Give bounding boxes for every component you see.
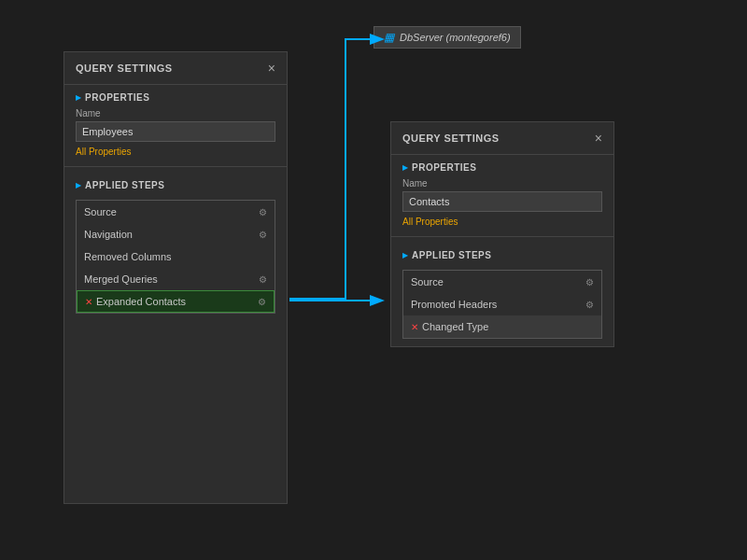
step-removed-columns[interactable]: Removed Columns	[77, 245, 275, 268]
panel-2-steps-section: ▶ APPLIED STEPS	[391, 243, 613, 270]
step-merged-queries[interactable]: Merged Queries ⚙	[77, 268, 275, 290]
panel-2-steps-title: APPLIED STEPS	[412, 250, 491, 260]
step-changed-type-label: Changed Type	[422, 321, 488, 332]
step-navigation-label: Navigation	[84, 229, 133, 240]
panel-2-properties-section: ▶ PROPERTIES Name All Properties	[391, 155, 613, 236]
query-settings-panel-2: QUERY SETTINGS × ▶ PROPERTIES Name All P…	[390, 121, 614, 347]
step-expanded-contacts[interactable]: ✕ Expanded Contacts ⚙	[77, 290, 275, 313]
gear-icon-expanded: ⚙	[258, 297, 266, 307]
panel-2-close-button[interactable]: ×	[595, 132, 602, 145]
panel-2-properties-title: PROPERTIES	[412, 162, 476, 173]
panel-1-properties-title: PROPERTIES	[85, 92, 149, 103]
panel-1-close-button[interactable]: ×	[268, 62, 275, 75]
panel-1-steps-title: APPLIED STEPS	[85, 180, 164, 190]
step-source-2[interactable]: Source ⚙	[403, 271, 601, 293]
panel-1-properties-header: ▶ PROPERTIES	[76, 92, 275, 103]
step-source-1-label: Source	[84, 206, 117, 217]
error-icon-changed: ✕	[411, 322, 418, 332]
panel-1-steps-header: ▶ APPLIED STEPS	[76, 180, 275, 190]
panel-1-properties-section: ▶ PROPERTIES Name All Properties	[64, 85, 287, 166]
gear-icon-navigation: ⚙	[259, 230, 267, 240]
step-changed-type[interactable]: ✕ Changed Type	[403, 315, 601, 338]
step-source-1[interactable]: Source ⚙	[77, 201, 275, 223]
step-removed-columns-label: Removed Columns	[84, 251, 172, 262]
panel-1-header: QUERY SETTINGS ×	[64, 52, 287, 85]
properties-triangle-icon: ▶	[76, 93, 81, 102]
panel-2-steps-list: Source ⚙ Promoted Headers ⚙ ✕ Changed Ty…	[402, 270, 602, 339]
properties-triangle-icon-2: ▶	[402, 163, 408, 172]
panel-2-name-input[interactable]	[402, 191, 602, 212]
step-source-2-label: Source	[411, 276, 444, 287]
gear-icon-source-2: ⚙	[585, 277, 594, 287]
panel-2-name-label: Name	[402, 178, 602, 189]
gear-icon-merged: ⚙	[259, 274, 267, 285]
panel-1-all-properties-link[interactable]: All Properties	[76, 147, 131, 157]
panel-1-title: QUERY SETTINGS	[76, 63, 173, 74]
steps-triangle-icon-2: ▶	[402, 251, 408, 259]
query-settings-panel-1: QUERY SETTINGS × ▶ PROPERTIES Name All P…	[63, 51, 288, 504]
step-promoted-headers[interactable]: Promoted Headers ⚙	[403, 293, 601, 315]
steps-triangle-icon-1: ▶	[76, 181, 81, 189]
gear-icon-promoted: ⚙	[585, 300, 594, 310]
step-expanded-contacts-label: Expanded Contacts	[96, 296, 186, 307]
step-navigation[interactable]: Navigation ⚙	[77, 223, 275, 245]
database-icon: ▦	[384, 31, 394, 44]
panel-2-header: QUERY SETTINGS ×	[391, 122, 613, 155]
gear-icon-source-1: ⚙	[259, 207, 267, 217]
panel-2-properties-header: ▶ PROPERTIES	[402, 162, 602, 173]
panel-2-steps-header: ▶ APPLIED STEPS	[402, 250, 602, 260]
panel-1-steps-list: Source ⚙ Navigation ⚙ Removed Columns Me…	[76, 200, 275, 314]
panel-1-name-input[interactable]	[76, 121, 275, 142]
step-promoted-headers-label: Promoted Headers	[411, 299, 497, 310]
panel-1-steps-section: ▶ APPLIED STEPS	[64, 173, 287, 200]
arrow-to-db	[289, 39, 381, 299]
panel-1-name-label: Name	[76, 108, 275, 119]
panel-2-all-properties-link[interactable]: All Properties	[402, 217, 458, 227]
step-merged-queries-label: Merged Queries	[84, 273, 158, 285]
db-server-label: DbServer (montegoref6)	[400, 32, 511, 43]
db-server-tag: ▦ DbServer (montegoref6)	[374, 26, 521, 49]
error-icon-expanded: ✕	[85, 297, 92, 307]
panel-2-title: QUERY SETTINGS	[402, 133, 500, 144]
